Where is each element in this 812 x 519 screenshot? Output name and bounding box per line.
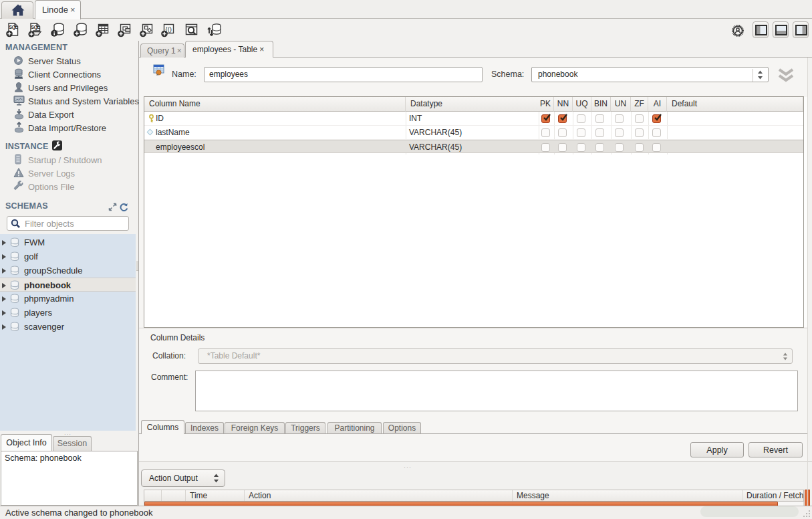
svg-text:SQL: SQL [31,25,40,30]
svg-text:SQL: SQL [9,25,18,30]
